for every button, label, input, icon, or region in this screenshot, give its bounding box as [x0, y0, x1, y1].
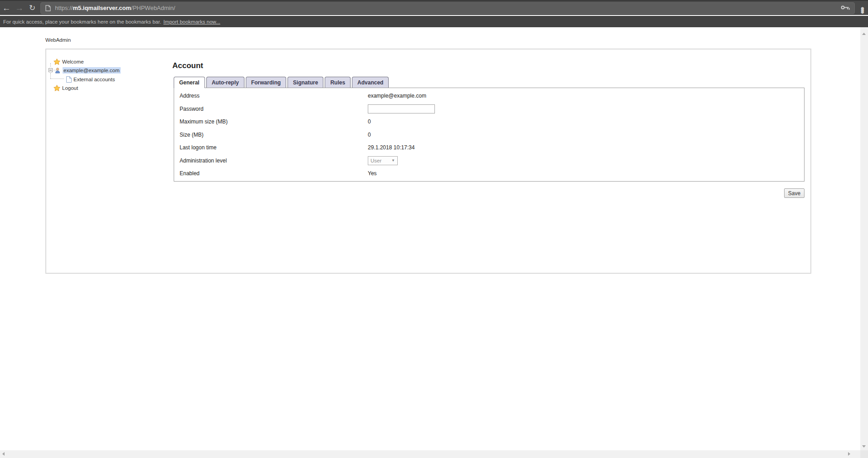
horizontal-scrollbar[interactable]: [0, 450, 860, 458]
main-panel: Welcome example@example.com External acc…: [45, 49, 811, 274]
scroll-right-icon[interactable]: [848, 452, 850, 456]
field-label: Password: [180, 106, 368, 112]
url-scheme: https://: [55, 5, 73, 11]
star-icon: [54, 59, 60, 65]
forward-icon: →: [13, 1, 25, 15]
field-label: Last logon time: [180, 144, 368, 151]
tree-item-label: Welcome: [62, 59, 84, 64]
url-domain: m5.iqmailserver.com: [73, 5, 131, 11]
bookmarks-message: For quick access, place your bookmarks h…: [3, 19, 161, 25]
field-row-last-logon: Last logon time 29.1.2018 10:17:34: [174, 141, 804, 154]
field-label: Administration level: [180, 158, 368, 164]
field-row-password: Password: [174, 103, 804, 116]
field-label: Enabled: [180, 170, 368, 177]
tree-item-label: Logout: [62, 85, 78, 91]
document-icon: [66, 76, 72, 83]
tab-general[interactable]: General: [174, 77, 205, 88]
tree-item-account[interactable]: example@example.com: [49, 66, 121, 74]
tab-bar: General Auto-reply Forwarding Signature …: [174, 77, 390, 88]
field-row-size: Size (MB) 0: [174, 128, 804, 142]
star-icon: [54, 85, 60, 91]
page-info-icon[interactable]: [45, 5, 51, 11]
back-icon[interactable]: ←: [0, 1, 13, 15]
tree-item-logout[interactable]: Logout: [54, 84, 78, 92]
max-size-value: 0: [368, 118, 804, 125]
browser-menu-icon[interactable]: ●●●: [857, 5, 868, 11]
password-input[interactable]: [368, 104, 435, 113]
enabled-value: Yes: [368, 170, 804, 177]
import-bookmarks-link[interactable]: Import bookmarks now...: [163, 19, 220, 25]
tab-rules[interactable]: Rules: [325, 77, 351, 88]
scroll-left-icon[interactable]: [2, 452, 5, 456]
tab-advanced[interactable]: Advanced: [352, 77, 389, 88]
tab-forwarding[interactable]: Forwarding: [246, 77, 286, 88]
field-row-max-size: Maximum size (MB) 0: [174, 115, 804, 128]
collapse-expander-icon[interactable]: [49, 68, 53, 72]
tab-auto-reply[interactable]: Auto-reply: [206, 77, 244, 88]
tree-item-label: External accounts: [73, 77, 115, 82]
address-bar[interactable]: https://m5.iqmailserver.com/PHPWebAdmin/: [40, 2, 855, 14]
vertical-scrollbar[interactable]: [860, 27, 868, 450]
navigation-tree: Welcome example@example.com External acc…: [46, 49, 169, 273]
tree-item-label-selected: example@example.com: [63, 67, 121, 74]
page-title: Account: [172, 61, 203, 70]
app-title: WebAdmin: [45, 37, 71, 43]
scroll-up-icon[interactable]: [862, 33, 866, 35]
tree-item-external-accounts[interactable]: External accounts: [66, 75, 115, 83]
url-path: /PHPWebAdmin/: [131, 5, 175, 11]
field-label: Maximum size (MB): [180, 118, 368, 125]
field-label: Address: [180, 93, 368, 99]
scroll-down-icon[interactable]: [862, 445, 866, 448]
selected-option: User: [371, 158, 381, 163]
password-key-icon[interactable]: [841, 5, 850, 11]
field-label: Size (MB): [180, 132, 368, 138]
general-fieldset: Address example@example.com Password Max…: [174, 88, 805, 182]
tree-connector: [50, 79, 64, 79]
size-value: 0: [368, 132, 804, 138]
tab-signature[interactable]: Signature: [288, 77, 323, 88]
tree-item-welcome[interactable]: Welcome: [54, 58, 84, 65]
user-icon: [54, 67, 61, 74]
browser-toolbar: ← → ↻ https://m5.iqmailserver.com/PHPWeb…: [0, 0, 868, 15]
field-row-address: Address example@example.com: [174, 89, 804, 103]
bookmarks-bar: For quick access, place your bookmarks h…: [0, 16, 868, 27]
reload-icon[interactable]: ↻: [26, 1, 39, 15]
address-value: example@example.com: [368, 93, 804, 99]
scrollbar-corner: [860, 450, 868, 458]
page-body: WebAdmin Welcome example@example.com: [0, 27, 860, 450]
save-button[interactable]: Save: [784, 188, 805, 198]
chevron-down-icon: ▼: [391, 158, 395, 163]
field-row-enabled: Enabled Yes: [174, 167, 804, 180]
admin-level-select[interactable]: User ▼: [368, 156, 398, 165]
field-row-admin-level: Administration level User ▼: [174, 154, 804, 167]
last-logon-value: 29.1.2018 10:17:34: [368, 144, 804, 151]
